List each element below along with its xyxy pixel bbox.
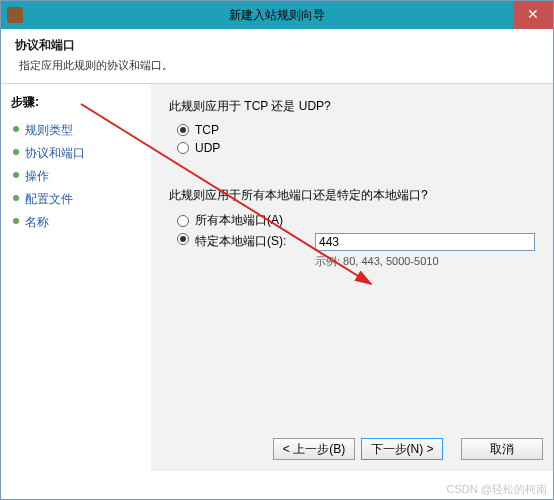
tcp-label: TCP	[195, 123, 219, 137]
wizard-body: 步骤: 规则类型 协议和端口 操作 配置文件 名称 此规则应用于 TCP 还是 …	[1, 84, 553, 471]
wizard-window: 新建入站规则向导 ✕ 协议和端口 指定应用此规则的协议和端口。 步骤: 规则类型…	[0, 0, 554, 500]
specific-ports-option: 特定本地端口(S): 示例: 80, 443, 5000-5010	[177, 233, 535, 269]
header-title: 协议和端口	[15, 37, 539, 54]
next-button[interactable]: 下一步(N) >	[361, 438, 443, 460]
steps-sidebar: 步骤: 规则类型 协议和端口 操作 配置文件 名称	[1, 84, 151, 471]
question-ports: 此规则应用于所有本地端口还是特定的本地端口?	[169, 187, 535, 204]
window-title: 新建入站规则向导	[1, 7, 553, 24]
specific-ports-radio[interactable]	[177, 233, 189, 245]
content-pane: 此规则应用于 TCP 还是 UDP? TCP UDP 此规则应用于所有本地端口还…	[151, 84, 553, 471]
tcp-radio[interactable]	[177, 124, 189, 136]
all-ports-label: 所有本地端口(A)	[195, 212, 283, 229]
step-profile[interactable]: 配置文件	[11, 188, 151, 211]
specific-ports-label: 特定本地端口(S):	[195, 233, 315, 250]
step-name[interactable]: 名称	[11, 211, 151, 234]
all-ports-radio[interactable]	[177, 215, 189, 227]
all-ports-option[interactable]: 所有本地端口(A)	[177, 212, 535, 229]
step-protocol-ports[interactable]: 协议和端口	[11, 142, 151, 165]
steps-label: 步骤:	[11, 94, 151, 111]
back-button[interactable]: < 上一步(B)	[273, 438, 355, 460]
footer: < 上一步(B) 下一步(N) > 取消	[151, 427, 553, 471]
titlebar: 新建入站规则向导 ✕	[1, 1, 553, 29]
wizard-header: 协议和端口 指定应用此规则的协议和端口。	[1, 29, 553, 84]
udp-label: UDP	[195, 141, 220, 155]
udp-option[interactable]: UDP	[177, 141, 535, 155]
cancel-button[interactable]: 取消	[461, 438, 543, 460]
watermark: CSDN @轻松的柯南	[447, 482, 547, 497]
step-rule-type[interactable]: 规则类型	[11, 119, 151, 142]
tcp-option[interactable]: TCP	[177, 123, 535, 137]
udp-radio[interactable]	[177, 142, 189, 154]
step-action[interactable]: 操作	[11, 165, 151, 188]
port-input[interactable]	[315, 233, 535, 251]
port-hint: 示例: 80, 443, 5000-5010	[315, 254, 535, 269]
close-button[interactable]: ✕	[513, 1, 553, 29]
question-protocol: 此规则应用于 TCP 还是 UDP?	[169, 98, 535, 115]
header-subtitle: 指定应用此规则的协议和端口。	[19, 58, 539, 73]
